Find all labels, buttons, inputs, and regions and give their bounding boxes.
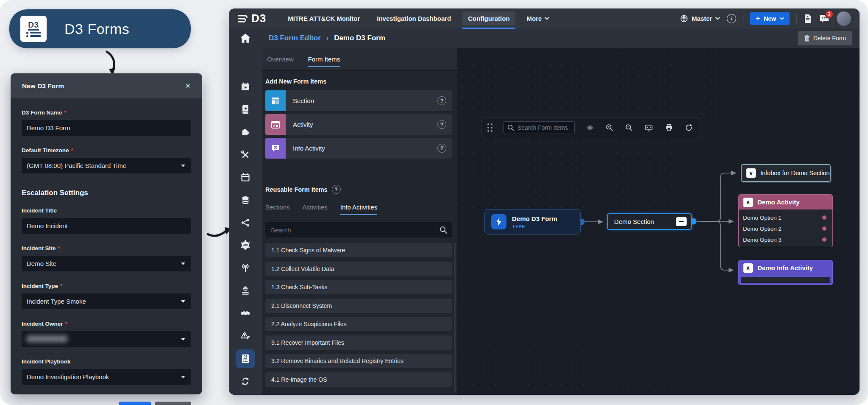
icon-sidebar: API: [229, 48, 262, 395]
activity-option[interactable]: Demo Option 1: [743, 212, 828, 223]
d3-logo[interactable]: D3: [237, 12, 266, 25]
add-info-activity-row[interactable]: Info Activity ?: [265, 138, 452, 159]
incident-site-select[interactable]: Demo Site: [22, 256, 191, 271]
list-item[interactable]: 3.2 Remove Binaries and Related Registry…: [265, 354, 452, 368]
list-item[interactable]: 1.1 Check Signs of Malware: [265, 243, 452, 257]
tenant-selector[interactable]: Master: [680, 14, 720, 23]
reusable-tabs: Sections Activities Info Activities: [265, 199, 452, 215]
incident-owner-select[interactable]: [22, 331, 191, 347]
sidebar-link-analysis[interactable]: [236, 213, 255, 232]
zoom-out-icon[interactable]: [625, 123, 633, 133]
print-icon[interactable]: [665, 123, 673, 133]
form-canvas[interactable]: Demo D3 Form TYPE Demo Section ∨ Infobox…: [457, 48, 860, 395]
node-demo-activity[interactable]: ∧ Demo Activity Demo Option 1 Demo Optio…: [738, 194, 833, 247]
sidebar-api[interactable]: API: [236, 236, 255, 254]
incident-title-input[interactable]: Demo Incident: [22, 218, 191, 234]
node-infobox[interactable]: ∨ Infobox for Demo Section: [741, 164, 831, 182]
tab-activities[interactable]: Activities: [303, 204, 328, 215]
section-layout-icon: [271, 96, 280, 106]
tab-overview[interactable]: Overview: [267, 56, 294, 67]
chevron-down-icon: [181, 263, 185, 265]
breadcrumb-parent-link[interactable]: D3 Form Editor: [269, 34, 321, 42]
nav-investigation-dashboard[interactable]: Investigation Dashboard: [371, 11, 456, 25]
chevron-down-icon[interactable]: ∨: [746, 168, 756, 178]
sidebar-sync[interactable]: [236, 372, 255, 391]
field-incident-type: Incident Type* Incident Type Smoke: [22, 283, 191, 309]
chevron-up-icon[interactable]: ∧: [743, 263, 753, 273]
d3-form-name-input[interactable]: Demo D3 Form: [22, 120, 191, 136]
sidebar-broadcast[interactable]: [236, 259, 255, 277]
fit-to-screen-icon[interactable]: [644, 123, 654, 133]
notifications-chat-icon[interactable]: 3: [819, 14, 830, 24]
list-item[interactable]: 2.1 Disconnect System: [265, 299, 452, 313]
activity-option[interactable]: Demo Option 3: [743, 234, 828, 245]
incident-type-select[interactable]: Incident Type Smoke: [22, 293, 191, 309]
list-item[interactable]: 4.1 Re-image the OS: [265, 372, 452, 387]
divider: [743, 14, 743, 24]
sidebar-event-calendar[interactable]: [236, 77, 255, 95]
info-icon[interactable]: i: [727, 14, 736, 23]
nav-mitre-attack-monitor[interactable]: MITRE ATT&CK Monitor: [282, 11, 365, 25]
node-demo-info-activity[interactable]: ∧ Demo Info Activity: [738, 260, 833, 285]
add-activity-row[interactable]: Activity ?: [265, 114, 452, 135]
help-icon[interactable]: ?: [332, 185, 341, 194]
sidebar-d3-forms[interactable]: D3: [236, 349, 255, 368]
field-label: Incident Type: [22, 283, 58, 289]
top-nav: D3 MITRE ATT&CK Monitor Investigation Da…: [229, 8, 860, 28]
sidebar-integrations[interactable]: [236, 123, 255, 141]
nav-more[interactable]: More: [521, 11, 555, 25]
sidebar-schedule[interactable]: [236, 168, 255, 186]
chevron-down-icon: [181, 300, 185, 303]
sidebar-database[interactable]: [236, 191, 255, 209]
new-button[interactable]: + New: [750, 12, 790, 25]
schedule-calendar-icon: [240, 172, 250, 182]
close-icon[interactable]: ✕: [185, 82, 191, 90]
cancel-button[interactable]: Cancel: [155, 402, 191, 405]
node-demo-d3-form[interactable]: Demo D3 Form TYPE: [484, 209, 581, 235]
collapse-icon[interactable]: [676, 217, 687, 226]
zoom-in-icon[interactable]: [605, 123, 614, 133]
option-port-icon[interactable]: [822, 215, 826, 220]
sidebar-web-settings[interactable]: [236, 282, 255, 300]
help-icon[interactable]: ?: [437, 120, 446, 129]
help-icon[interactable]: ?: [437, 96, 446, 105]
nav-configuration[interactable]: Configuration: [462, 11, 515, 25]
sidebar-playbook[interactable]: [236, 100, 255, 118]
panel-scrollbar[interactable]: [454, 243, 456, 392]
sidebar-incident-edit[interactable]: [236, 327, 255, 345]
ok-button[interactable]: OK: [119, 402, 151, 405]
reusable-search-input[interactable]: [265, 222, 452, 237]
delete-form-button[interactable]: Delete Form: [798, 31, 852, 45]
node-title: Infobox for Demo Section: [760, 170, 830, 176]
incident-playbook-select[interactable]: Demo Investigation Playbook: [22, 369, 191, 385]
node-demo-section[interactable]: Demo Section: [607, 213, 692, 230]
add-section-row[interactable]: Section ?: [265, 90, 452, 111]
sidebar-utility-tools[interactable]: [236, 145, 255, 164]
list-item[interactable]: 1.2 Collect Volatile Data: [265, 262, 452, 276]
drag-handle-icon[interactable]: [487, 123, 492, 132]
visibility-eye-icon[interactable]: [586, 123, 594, 133]
refresh-icon[interactable]: [684, 123, 693, 133]
activity-option[interactable]: Demo Option 2: [743, 223, 828, 234]
tab-info-activities[interactable]: Info Activities: [340, 204, 378, 215]
chevron-up-icon[interactable]: ∧: [743, 198, 753, 207]
option-port-icon[interactable]: [822, 226, 826, 231]
list-item[interactable]: 2.2 Analyze Suspicious Files: [265, 317, 452, 331]
search-icon: [507, 124, 515, 131]
home-icon[interactable]: [240, 33, 251, 43]
avatar[interactable]: [837, 11, 851, 26]
required-asterisk: *: [64, 109, 66, 116]
tab-sections[interactable]: Sections: [265, 204, 290, 215]
timezone-select[interactable]: (GMT-08:00) Pacific Standard Time: [22, 158, 191, 173]
tab-form-items[interactable]: Form Items: [308, 56, 340, 67]
help-icon[interactable]: ?: [437, 144, 446, 153]
list-item[interactable]: 1.3 Check Sub-Tasks: [265, 280, 452, 294]
sidebar-partnership[interactable]: [236, 304, 255, 322]
list-item[interactable]: 3.1 Recover Important Files: [265, 335, 452, 350]
release-notes-icon[interactable]: [804, 14, 812, 24]
option-port-icon[interactable]: [822, 237, 826, 242]
node-title: Demo Activity: [757, 198, 799, 206]
database-icon: [240, 195, 250, 205]
integrations-puzzle-icon: [240, 127, 250, 137]
dialog-header: New D3 Form ✕: [11, 73, 202, 98]
